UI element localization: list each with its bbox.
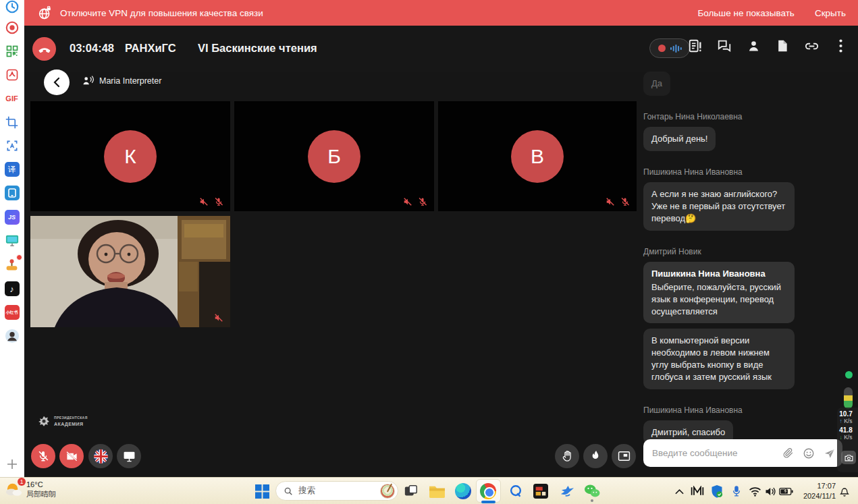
upload-arrow-icon: ↑	[840, 418, 842, 424]
edge-browser-icon[interactable]	[455, 483, 471, 499]
wechat-app-icon[interactable]	[584, 483, 600, 499]
agenda-icon[interactable]	[687, 38, 703, 54]
chat-sender: Дмитрий Новик	[643, 247, 701, 256]
waveform-icon	[670, 44, 682, 53]
share-screen-button[interactable]	[117, 444, 141, 468]
language-channel-button[interactable]	[88, 444, 113, 468]
participant-avatar: К	[104, 130, 157, 183]
reactions-button[interactable]	[583, 444, 608, 468]
gif-label: GIF	[5, 94, 18, 103]
chat-message: Да	[643, 72, 670, 96]
game-tool-icon[interactable]	[4, 256, 20, 273]
chat-message-text: Выберите, пожалуйста, русский язык в кон…	[651, 281, 786, 318]
ime-app-icon[interactable]	[690, 484, 705, 499]
attach-file-icon[interactable]	[782, 447, 794, 459]
participant-avatar: Б	[308, 130, 360, 183]
speaker-video-tile[interactable]	[30, 216, 230, 327]
notifications-bell-icon[interactable]	[837, 484, 852, 499]
documents-icon[interactable]	[774, 38, 790, 54]
topbar-icon-group	[687, 38, 849, 54]
recording-indicator[interactable]	[649, 38, 690, 58]
clock-tool-icon[interactable]	[4, 0, 20, 15]
translate-tool-icon[interactable]: 译	[4, 161, 20, 177]
meeting-org: РАНХиГС	[125, 42, 176, 55]
tiktok-app-icon[interactable]: ♪	[4, 281, 20, 297]
windows-security-icon[interactable]	[709, 483, 725, 499]
academy-watermark: ПРЕЗИДЕНТСКАЯ АКАДЕМИЯ	[37, 415, 88, 428]
gif-tool-icon[interactable]: GIF	[4, 90, 20, 107]
active-app-indicator	[481, 501, 495, 503]
dont-show-again-button[interactable]: Больше не показывать	[697, 8, 795, 18]
file-explorer-icon[interactable]	[428, 483, 446, 499]
hide-banner-button[interactable]: Скрыть	[815, 8, 846, 18]
volume-icon[interactable]	[763, 484, 778, 498]
participant-tile[interactable]: В	[438, 101, 637, 211]
record-tool-icon[interactable]	[4, 20, 20, 36]
tile-status-icons	[606, 197, 630, 206]
weather-badge: 1	[18, 478, 26, 486]
tile-status-icons	[403, 197, 427, 206]
vpn-warning-banner: Отключите VPN для повышения качества свя…	[24, 0, 858, 26]
quark-app-icon[interactable]	[508, 483, 524, 499]
taskbar-weather-widget[interactable]: 1 16°C 局部晴朗	[5, 480, 56, 499]
speaker-video-frame	[30, 216, 230, 327]
chat-icon[interactable]	[716, 38, 732, 54]
picture-in-picture-button[interactable]	[612, 444, 636, 468]
fire-icon	[590, 450, 601, 462]
qr-code-tool-icon[interactable]	[4, 43, 20, 59]
chat-sender: Пишикина Нина Ивановна	[643, 167, 743, 177]
game-app-icon[interactable]	[533, 483, 549, 499]
chat-sender: Гонтарь Нина Николаевна	[643, 112, 742, 121]
chrome-browser-icon[interactable]	[480, 483, 496, 499]
participant-avatar: В	[511, 130, 564, 183]
phone-mirror-tool-icon[interactable]	[4, 185, 20, 201]
end-call-button[interactable]	[32, 37, 56, 61]
xiaohongshu-app-icon[interactable]: 小红书	[4, 304, 20, 320]
taskbar-search-box[interactable]: 搜索	[275, 481, 398, 501]
message-input[interactable]	[652, 448, 774, 458]
thunder-app-icon[interactable]	[559, 483, 575, 499]
tray-mic-icon[interactable]	[730, 484, 743, 499]
add-tool-button[interactable]	[4, 456, 20, 472]
js-tool-icon[interactable]: JS	[4, 209, 20, 225]
ocr-tool-icon[interactable]	[4, 138, 20, 154]
weather-icon: 1	[5, 480, 23, 499]
tray-expand-chevron[interactable]	[672, 484, 686, 498]
task-view-button[interactable]	[403, 483, 419, 499]
mic-muted-icon	[214, 197, 223, 206]
xiaohongshu-label: 小红书	[5, 305, 20, 320]
speaker-muted-icon	[606, 197, 615, 206]
search-highlight-icon	[380, 484, 395, 499]
participants-icon[interactable]	[745, 38, 761, 54]
interpreter-name: Maria Interpreter	[99, 76, 161, 86]
banner-message: Отключите VPN для повышения качества свя…	[60, 8, 263, 18]
speaker-muted-icon	[214, 313, 223, 323]
tray-clock[interactable]: 17:07 2024/11/1	[788, 481, 836, 502]
send-message-icon[interactable]	[824, 447, 836, 459]
chat-sender: Пишикина Нина Ивановна	[643, 405, 743, 415]
user-avatar[interactable]	[4, 328, 20, 344]
camera-toggle-button-off[interactable]	[59, 444, 84, 468]
record-dot-icon	[658, 45, 666, 52]
participant-tile[interactable]: К	[30, 101, 230, 211]
mic-muted-icon	[620, 197, 630, 206]
back-button[interactable]	[44, 69, 70, 95]
screenshot-camera-button[interactable]	[841, 451, 856, 464]
chat-panel: Да Гонтарь Нина Николаевна Добрый день! …	[643, 67, 842, 445]
screen-mirror-tool-icon[interactable]	[4, 233, 20, 249]
participant-tile[interactable]: Б	[234, 101, 434, 211]
more-options-icon[interactable]	[832, 38, 849, 54]
interpreter-voice-icon	[82, 76, 94, 86]
mic-toggle-button-muted[interactable]	[31, 444, 55, 468]
volume-level-meter	[844, 387, 853, 409]
raise-hand-button[interactable]	[555, 444, 579, 468]
wifi-icon[interactable]	[747, 484, 763, 498]
copy-link-icon[interactable]	[803, 38, 820, 54]
js-glyph: JS	[5, 210, 20, 225]
crop-tool-icon[interactable]	[4, 114, 20, 130]
emoji-icon[interactable]	[803, 447, 815, 459]
interpreter-channel[interactable]: Maria Interpreter	[82, 76, 161, 86]
pdf-tool-icon[interactable]	[4, 67, 20, 83]
start-button[interactable]	[254, 483, 270, 499]
download-arrow-icon: ↓	[840, 434, 842, 441]
